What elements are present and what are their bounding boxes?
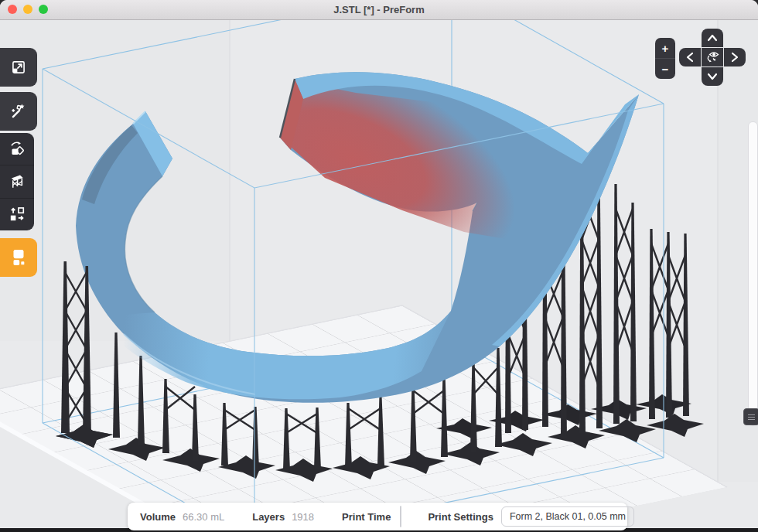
status-bar: Volume 66.30 mL Layers 1918 Print Time -… xyxy=(128,503,627,530)
tool-scale-button[interactable] xyxy=(0,48,37,87)
center-view-button[interactable] xyxy=(702,48,723,66)
print-settings-label: Print Settings xyxy=(428,511,493,523)
pan-down-button[interactable] xyxy=(702,67,723,86)
chevron-up-icon xyxy=(704,32,721,44)
zoom-out-button[interactable]: − xyxy=(655,58,675,79)
layers-label: Layers xyxy=(252,511,285,523)
layout-icon xyxy=(8,205,26,223)
tool-supports-button[interactable] xyxy=(0,165,34,197)
viewport-3d[interactable] xyxy=(0,19,758,532)
zoom-control: + − xyxy=(655,38,675,79)
orient-cube-icon xyxy=(8,140,26,159)
pan-left-button[interactable] xyxy=(679,48,701,66)
tool-one-click-print-button[interactable] xyxy=(0,92,37,131)
cartridge-icon xyxy=(9,247,29,268)
print-time-label: Print Time xyxy=(342,511,391,523)
layer-slider-track[interactable] xyxy=(748,121,758,426)
chevron-left-icon xyxy=(684,49,696,66)
volume-value: 66.30 mL xyxy=(183,511,224,523)
tool-group xyxy=(0,133,34,230)
pan-up-button[interactable] xyxy=(702,29,723,47)
layer-slider-handle[interactable] xyxy=(743,408,758,425)
window-title: J.STL [*] - PreForm xyxy=(0,0,758,19)
chevron-down-icon xyxy=(704,70,721,83)
print-settings-selector[interactable]: Form 2, Black 01, 0.05 mm xyxy=(501,506,634,527)
orbit-pad xyxy=(679,29,746,87)
pan-right-button[interactable] xyxy=(724,48,746,66)
model-overhang-red xyxy=(282,81,580,240)
print-time-control: -- xyxy=(400,506,401,527)
print-time-value: -- xyxy=(401,506,401,527)
chevron-right-icon xyxy=(729,49,741,66)
tool-orient-button[interactable] xyxy=(0,133,34,165)
tool-layout-button[interactable] xyxy=(0,198,34,230)
magic-wand-icon xyxy=(9,102,28,121)
tool-print-button[interactable] xyxy=(0,238,37,277)
layers-value: 1918 xyxy=(292,511,314,523)
scale-icon xyxy=(9,58,28,77)
zoom-in-button[interactable]: + xyxy=(655,38,675,58)
eye-orbit-icon xyxy=(703,49,722,66)
preform-window: J.STL [*] - PreForm xyxy=(0,0,758,532)
supports-icon xyxy=(8,172,26,191)
volume-label: Volume xyxy=(140,511,176,523)
titlebar: J.STL [*] - PreForm xyxy=(0,0,758,20)
